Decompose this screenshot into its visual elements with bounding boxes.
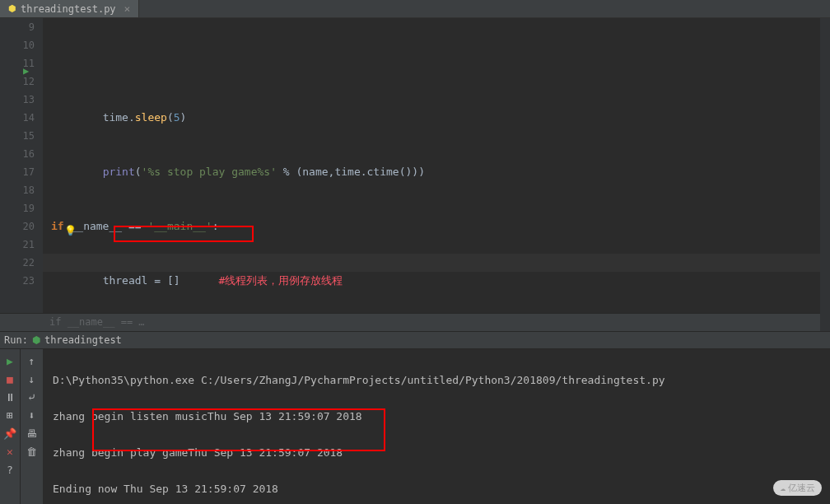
run-toolbar-right: ↑ ↓ ⤶ ⬇ 🖶 🗑	[20, 349, 43, 504]
code-area[interactable]: time.sleep(5) print('%s stop play game%s…	[43, 18, 830, 313]
line-number: 10	[0, 36, 35, 54]
pause-icon[interactable]: ⏸	[3, 390, 16, 404]
watermark: ☁ 亿速云	[773, 480, 822, 496]
annotation-box	[92, 408, 385, 451]
line-number: 22	[0, 254, 35, 272]
line-number: 17	[0, 163, 35, 181]
rerun-icon[interactable]: ▶	[3, 354, 16, 367]
console-output[interactable]: D:\Python35\python.exe C:/Users/ZhangJ/P…	[43, 349, 830, 504]
line-number: 12	[0, 72, 35, 91]
editor[interactable]: 9 10 11 12 13 14 15 16 17 18 19 20 21 22…	[0, 18, 830, 313]
line-number: 20	[0, 217, 35, 236]
run-panel: Run: ⬢ threadingtest ▶ ■ ⏸ ⊞ 📌 ✕ ? ↑ ↓ ⤶…	[0, 331, 830, 504]
print-icon[interactable]: 🖶	[26, 427, 39, 440]
close-icon[interactable]: ✕	[3, 445, 16, 458]
console-line: D:\Python35\python.exe C:/Users/ZhangJ/P…	[53, 371, 820, 390]
line-number: 15	[0, 127, 35, 145]
cloud-icon: ☁	[780, 483, 786, 493]
line-number: 18	[0, 181, 35, 199]
down-icon[interactable]: ↓	[26, 372, 39, 385]
run-config-name: threadingtest	[44, 334, 122, 346]
up-icon[interactable]: ↑	[26, 354, 39, 367]
code-line: print('%s stop play game%s' % (name,time…	[51, 163, 830, 181]
intention-bulb-icon[interactable]: 💡	[64, 225, 77, 236]
scroll-icon[interactable]: ⬇	[26, 408, 39, 422]
close-icon[interactable]: ×	[124, 2, 131, 15]
trash-icon[interactable]: 🗑	[26, 445, 39, 458]
console-line: Ending now Thu Sep 13 21:59:07 2018	[53, 480, 820, 498]
code-line: time.sleep(5)	[51, 109, 830, 127]
line-number: 23	[0, 272, 35, 290]
python-icon: ⬢	[32, 334, 40, 346]
help-icon[interactable]: ?	[3, 463, 16, 476]
line-number: 9	[0, 18, 35, 36]
wrap-icon[interactable]: ⤶	[26, 390, 39, 404]
line-number: 14	[0, 109, 35, 127]
line-number: 16	[0, 145, 35, 163]
line-number: 19	[0, 199, 35, 217]
python-file-icon: ⬢	[8, 3, 16, 14]
tab-filename: threadingtest.py	[21, 3, 116, 15]
run-header: Run: ⬢ threadingtest	[0, 331, 830, 349]
layout-icon[interactable]: ⊞	[3, 408, 16, 422]
file-tab[interactable]: ⬢ threadingtest.py ×	[0, 0, 139, 17]
line-number: 21	[0, 236, 35, 254]
breadcrumb[interactable]: if __name__ == …	[0, 313, 830, 331]
gutter: 9 10 11 12 13 14 15 16 17 18 19 20 21 22…	[0, 18, 43, 313]
run-toolbar-left: ▶ ■ ⏸ ⊞ 📌 ✕ ?	[0, 349, 20, 504]
pin-icon[interactable]: 📌	[3, 427, 16, 440]
run-gutter-icon[interactable]: ▶	[23, 62, 29, 80]
stop-icon[interactable]: ■	[3, 372, 16, 385]
code-line: threadl = [] #线程列表，用例存放线程	[51, 272, 830, 290]
run-label: Run:	[4, 334, 28, 346]
line-number: 11	[0, 54, 35, 72]
tab-bar: ⬢ threadingtest.py ×	[0, 0, 830, 18]
line-number: 13	[0, 91, 35, 109]
code-line: if __name__ == '__main__':	[51, 217, 830, 236]
